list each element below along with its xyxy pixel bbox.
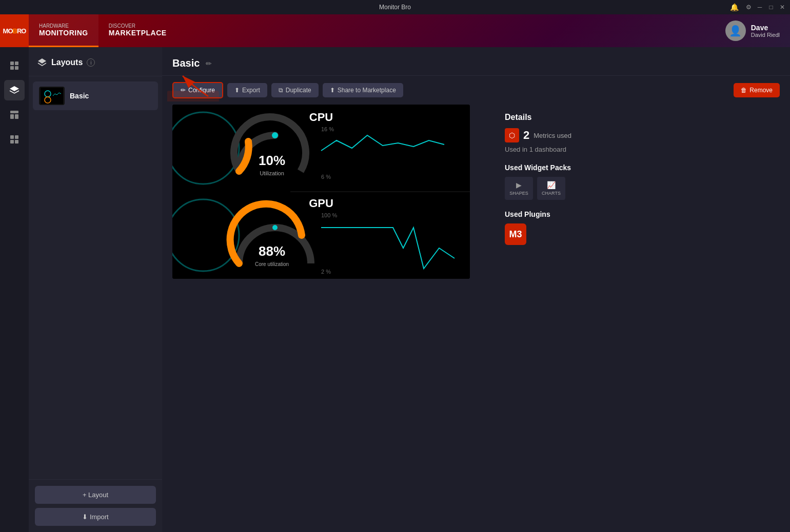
svg-rect-6 <box>15 114 18 119</box>
title-bar: Monitor Bro 🔔 ⚙ ─ □ ✕ <box>0 0 790 14</box>
svg-rect-2 <box>10 66 14 70</box>
layout-preview: CPU 10% Utilization 16 % 6 % <box>172 105 470 279</box>
metrics-icon: ⬡ <box>505 128 519 142</box>
user-info: Dave David Riedl <box>751 24 780 38</box>
layouts-header: Layouts i <box>29 47 162 76</box>
sidebar-item-grid[interactable] <box>4 105 25 125</box>
widget-packs-row: ▶ SHAPES 📈 CHARTS <box>505 177 638 200</box>
detail-header: Basic ✏ <box>162 47 790 76</box>
preview-area: CPU 10% Utilization 16 % 6 % <box>162 105 790 532</box>
configure-button[interactable]: ✏ Configure <box>172 82 223 98</box>
plugin-m3-icon[interactable]: M3 <box>505 223 526 245</box>
user-area: 👤 Dave David Riedl <box>725 21 780 41</box>
layouts-panel: Layouts i Basic + Layout ⬇ Import <box>29 47 162 532</box>
svg-rect-3 <box>15 66 18 70</box>
sidebar-item-home[interactable] <box>4 55 25 76</box>
svg-text:CPU: CPU <box>309 111 333 124</box>
share-icon: ⬆ <box>330 87 335 94</box>
svg-text:16 %: 16 % <box>321 126 334 132</box>
svg-rect-7 <box>10 135 14 139</box>
layout-actions: + Layout ⬇ Import <box>29 479 162 532</box>
import-button[interactable]: ⬇ Import <box>35 508 156 526</box>
svg-rect-11 <box>41 88 63 104</box>
sidebar <box>0 47 29 532</box>
sidebar-item-layers[interactable] <box>4 80 25 100</box>
svg-rect-8 <box>15 135 18 139</box>
svg-rect-1 <box>15 62 18 65</box>
settings-icon[interactable]: ⚙ <box>745 4 752 11</box>
svg-point-19 <box>272 132 278 138</box>
svg-point-16 <box>172 112 239 184</box>
logo-text: MOBRO <box>3 27 26 35</box>
main-nav: Hardware MONITORING Discover MARKETPLACE <box>29 14 177 47</box>
nav-marketplace[interactable]: Discover MARKETPLACE <box>98 14 177 47</box>
layout-list: Basic <box>29 76 162 479</box>
main-content: Layouts i Basic + Layout ⬇ Import <box>29 47 790 532</box>
edit-title-icon[interactable]: ✏ <box>206 59 212 68</box>
sidebar-item-widgets[interactable] <box>4 129 25 150</box>
details-title: Details <box>505 113 638 122</box>
share-button[interactable]: ⬆ Share to Marketplace <box>323 83 403 97</box>
app-logo: MOBRO <box>0 14 29 47</box>
layout-thumbnail <box>39 87 65 105</box>
export-icon: ⬆ <box>234 87 240 94</box>
close-btn[interactable]: ✕ <box>779 4 786 11</box>
notification-icon[interactable]: 🔔 <box>730 3 739 11</box>
svg-text:Utilization: Utilization <box>260 170 284 176</box>
widget-pack-shapes[interactable]: ▶ SHAPES <box>505 177 533 200</box>
svg-rect-5 <box>10 114 14 119</box>
svg-text:2 %: 2 % <box>321 269 331 275</box>
used-in-label: Used in 1 dashboard <box>505 146 638 153</box>
plugins-section: Used Plugins M3 <box>505 210 638 245</box>
window-controls: 🔔 ⚙ ─ □ ✕ <box>730 3 786 11</box>
svg-point-26 <box>272 225 278 230</box>
configure-icon: ✏ <box>181 87 186 94</box>
widget-pack-charts[interactable]: 📈 CHARTS <box>537 177 565 200</box>
layers-icon <box>37 57 47 68</box>
widget-packs-title: Used Widget Packs <box>505 163 638 172</box>
metrics-label: Metrics used <box>534 132 571 139</box>
plugins-title: Used Plugins <box>505 210 638 218</box>
metrics-count: 2 <box>523 129 529 142</box>
window-title: Monitor Bro <box>379 4 411 11</box>
action-bar: ✏ Configure ⬆ Export ⧉ Duplicate ⬆ Share… <box>162 76 790 105</box>
nav-monitoring[interactable]: Hardware MONITORING <box>29 14 98 47</box>
export-button[interactable]: ⬆ Export <box>227 83 267 97</box>
header-right: 👤 Dave David Riedl <box>725 21 790 41</box>
svg-text:10%: 10% <box>259 153 285 168</box>
layouts-info-icon[interactable]: i <box>87 58 95 67</box>
layout-item-basic[interactable]: Basic <box>33 81 158 110</box>
svg-text:6 %: 6 % <box>321 174 331 180</box>
duplicate-icon: ⧉ <box>279 87 283 94</box>
metrics-row: ⬡ 2 Metrics used <box>505 128 638 142</box>
svg-text:88%: 88% <box>259 243 285 259</box>
add-layout-button[interactable]: + Layout <box>35 486 156 504</box>
svg-rect-10 <box>15 140 18 144</box>
detail-panel: Basic ✏ ✏ Configure ⬆ Export ⧉ Duplicate… <box>162 47 790 532</box>
info-panel: Details ⬡ 2 Metrics used Used in 1 dashb… <box>495 105 648 522</box>
svg-text:Core utilization: Core utilization <box>255 261 289 267</box>
minimize-btn[interactable]: ─ <box>756 4 763 11</box>
svg-rect-0 <box>10 62 14 65</box>
avatar: 👤 <box>725 21 746 41</box>
svg-rect-9 <box>10 140 14 144</box>
trash-icon: 🗑 <box>741 87 747 94</box>
widget-packs-section: Used Widget Packs ▶ SHAPES 📈 CHARTS <box>505 163 638 200</box>
svg-text:GPU: GPU <box>309 197 333 210</box>
maximize-btn[interactable]: □ <box>767 4 775 11</box>
svg-text:100 %: 100 % <box>321 212 337 218</box>
app-header: MOBRO Hardware MONITORING Discover MARKE… <box>0 14 790 47</box>
remove-button[interactable]: 🗑 Remove <box>734 83 780 97</box>
duplicate-button[interactable]: ⧉ Duplicate <box>271 83 319 97</box>
svg-rect-4 <box>10 111 18 113</box>
